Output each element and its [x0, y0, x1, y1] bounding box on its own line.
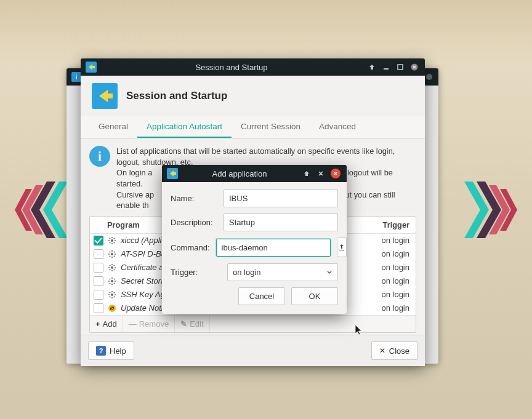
dialog-maximize-button[interactable] — [316, 169, 325, 178]
row-trigger: on login — [363, 263, 416, 272]
page-title: Session and Startup — [126, 90, 227, 102]
pencil-icon: ✎ — [180, 319, 187, 329]
edit-button[interactable]: ✎Edit — [175, 316, 209, 332]
close-window-button[interactable]: ✕Close — [371, 341, 417, 360]
add-application-dialog: Add application Name: Description: Comma… — [162, 165, 347, 314]
footer: ?Help ✕Close — [81, 335, 425, 366]
description-label: Description: — [171, 218, 217, 227]
decorative-chevrons-right — [464, 173, 521, 247]
svg-line-27 — [110, 252, 110, 252]
keep-above-button[interactable] — [368, 63, 376, 71]
svg-rect-10 — [398, 65, 403, 70]
svg-line-57 — [110, 297, 110, 297]
titlebar[interactable]: Session and Startup — [81, 58, 425, 76]
help-button[interactable]: ?Help — [88, 341, 134, 360]
ok-button[interactable]: OK — [291, 287, 338, 305]
svg-line-28 — [114, 256, 115, 257]
svg-marker-59 — [170, 170, 176, 177]
row-trigger: on login — [363, 303, 416, 313]
row-checkbox[interactable] — [94, 290, 103, 300]
svg-line-56 — [114, 292, 115, 293]
tab-application-autostart[interactable]: Application Autostart — [137, 116, 232, 138]
trigger-label: Trigger: — [171, 268, 221, 277]
svg-line-37 — [114, 269, 115, 270]
maximize-button[interactable] — [396, 63, 405, 71]
dialog-keep-above-button[interactable] — [302, 169, 311, 178]
svg-line-36 — [110, 265, 110, 266]
svg-point-13 — [111, 239, 113, 242]
svg-line-29 — [114, 252, 115, 252]
row-trigger: on login — [363, 276, 416, 285]
svg-point-31 — [111, 266, 113, 269]
svg-line-48 — [110, 283, 110, 284]
svg-line-55 — [114, 297, 115, 297]
description-input[interactable] — [224, 213, 338, 231]
svg-line-21 — [110, 242, 110, 243]
row-trigger: on login — [363, 249, 416, 258]
row-trigger: on login — [363, 236, 416, 245]
cancel-button[interactable]: Cancel — [238, 287, 285, 305]
plus-icon: + — [95, 319, 100, 329]
row-trigger: on login — [363, 290, 416, 299]
name-input[interactable] — [224, 190, 338, 207]
row-checkbox[interactable] — [94, 249, 103, 259]
svg-marker-8 — [89, 64, 95, 70]
upload-icon — [337, 243, 346, 252]
header: Session and Startup — [81, 76, 425, 116]
column-trigger[interactable]: Trigger — [359, 217, 416, 233]
trigger-select[interactable]: on login — [227, 263, 338, 281]
svg-line-19 — [114, 242, 115, 243]
row-checkbox[interactable] — [94, 303, 103, 313]
row-checkbox[interactable] — [94, 276, 103, 286]
gear-icon — [107, 236, 117, 245]
window-title: Session and Startup — [102, 63, 361, 72]
browse-command-button[interactable] — [337, 237, 347, 257]
gear-icon — [107, 263, 117, 273]
tab-current-session[interactable]: Current Session — [232, 116, 310, 138]
svg-line-18 — [110, 238, 110, 239]
header-icon — [92, 83, 118, 109]
gear-icon — [107, 290, 117, 300]
chevron-down-icon — [326, 269, 332, 276]
svg-point-22 — [111, 253, 113, 255]
row-checkbox[interactable] — [94, 236, 103, 245]
name-label: Name: — [171, 194, 217, 203]
app-icon — [86, 62, 97, 73]
svg-rect-9 — [384, 68, 389, 70]
help-icon: ? — [96, 346, 106, 356]
tab-advanced[interactable]: Advanced — [310, 116, 365, 138]
svg-point-40 — [111, 280, 113, 282]
dialog-close-button[interactable] — [331, 169, 341, 178]
remove-button[interactable]: —Remove — [123, 316, 175, 332]
gear-icon — [107, 249, 117, 259]
update-icon — [107, 303, 117, 313]
svg-line-45 — [110, 279, 110, 279]
row-checkbox[interactable] — [94, 263, 103, 273]
gear-icon — [107, 276, 117, 286]
svg-line-47 — [114, 279, 115, 279]
dialog-app-icon — [167, 168, 178, 179]
decorative-chevrons-left — [11, 173, 68, 247]
background-window-icon: i — [71, 72, 81, 82]
tab-general[interactable]: General — [89, 116, 137, 138]
minus-icon: — — [129, 319, 137, 329]
close-button[interactable] — [410, 63, 419, 71]
command-label: Command: — [171, 243, 210, 252]
dialog-titlebar[interactable]: Add application — [162, 165, 347, 182]
add-button[interactable]: +Add — [90, 316, 123, 332]
command-input[interactable] — [216, 239, 331, 257]
svg-line-46 — [114, 283, 115, 284]
svg-line-54 — [110, 292, 110, 293]
dialog-title: Add application — [183, 169, 296, 178]
minimize-button[interactable] — [382, 63, 390, 71]
svg-marker-12 — [99, 90, 113, 102]
svg-line-38 — [114, 265, 115, 266]
svg-line-30 — [110, 256, 110, 257]
info-icon: i — [89, 146, 110, 167]
svg-line-20 — [114, 238, 115, 239]
svg-point-49 — [111, 293, 113, 296]
svg-line-39 — [110, 269, 110, 270]
tabs: General Application Autostart Current Se… — [81, 116, 425, 138]
x-icon: ✕ — [379, 346, 385, 355]
